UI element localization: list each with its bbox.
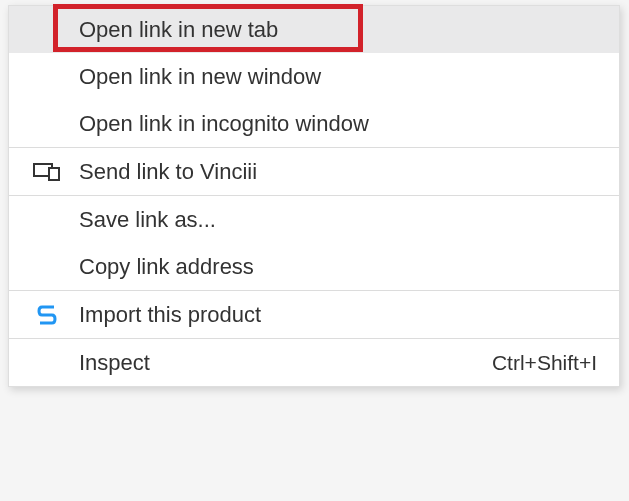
menu-item-label: Copy link address [79,254,603,280]
devices-icon [31,161,63,183]
menu-item-send-link[interactable]: Send link to Vinciii [9,148,619,195]
s-icon [31,304,63,326]
menu-item-open-incognito[interactable]: Open link in incognito window [9,100,619,147]
svg-rect-1 [49,168,59,180]
menu-item-open-new-window[interactable]: Open link in new window [9,53,619,100]
menu-item-label: Open link in new tab [79,17,603,43]
menu-item-inspect[interactable]: Inspect Ctrl+Shift+I [9,339,619,386]
menu-item-label: Inspect [79,350,492,376]
menu-item-import-product[interactable]: Import this product [9,291,619,338]
menu-item-label: Save link as... [79,207,603,233]
context-menu: Open link in new tab Open link in new wi… [8,5,620,387]
menu-item-open-new-tab[interactable]: Open link in new tab [9,6,619,53]
menu-item-save-link-as[interactable]: Save link as... [9,196,619,243]
menu-item-label: Send link to Vinciii [79,159,603,185]
menu-item-label: Import this product [79,302,603,328]
menu-item-label: Open link in incognito window [79,111,603,137]
menu-item-copy-link[interactable]: Copy link address [9,243,619,290]
menu-item-shortcut: Ctrl+Shift+I [492,351,597,375]
menu-item-label: Open link in new window [79,64,603,90]
